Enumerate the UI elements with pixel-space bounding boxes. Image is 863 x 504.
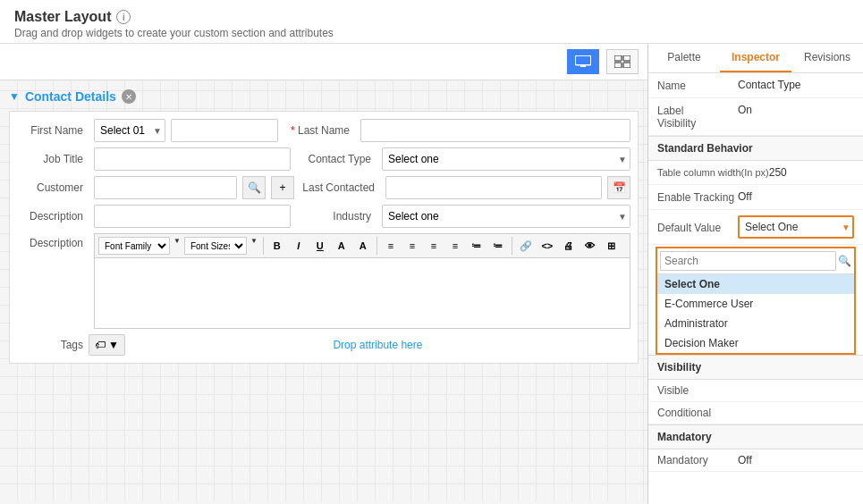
font-sizes-select[interactable]: Font Sizes [184,237,247,255]
italic-button[interactable]: I [289,237,309,255]
tags-row: Tags 🏷 ▼ Drop attribute here [17,334,630,356]
right-panel: Palette Inspector Revisions Name Contact… [648,44,863,504]
standard-behavior-section: Standard Behavior [648,136,863,161]
form-canvas: ▼ Contact Details ✕ First Name Select 01… [0,80,647,501]
link-button[interactable]: 🔗 [516,237,536,255]
bullets-button[interactable]: ≔ [467,237,486,255]
dropdown-item-administrator[interactable]: Administrator [657,314,854,333]
highlight-button[interactable]: A [353,237,373,255]
industry-label: Industry [296,210,377,223]
section-toggle[interactable]: ▼ [9,90,20,103]
inspector-tracking-row: Enable Tracking Off [648,185,863,210]
customer-add-button[interactable]: + [271,176,294,199]
label-vis-label: Label Visibility [657,104,738,130]
first-name-label: First Name [17,124,89,137]
table-button[interactable]: ⊞ [602,237,622,255]
first-name-input[interactable] [171,119,278,142]
conditional-label: Conditional [657,407,738,419]
content-area: ▼ Contact Details ✕ First Name Select 01… [0,44,863,504]
last-contacted-input[interactable] [385,176,602,199]
layout-view-button[interactable] [606,49,639,74]
industry-select[interactable]: Select one Technology Finance [382,205,630,228]
default-value-select[interactable]: Select One [738,215,854,239]
page-header: Master Layout i Drag and drop widgets to… [0,0,863,44]
tab-revisions[interactable]: Revisions [791,44,863,72]
section-close-button[interactable]: ✕ [122,89,136,104]
last-name-input[interactable] [360,119,630,142]
font-sizes-chevron: ▼ [250,237,258,255]
inspector-name-row: Name Contact Type [648,73,863,98]
title-text: Master Layout [14,9,111,25]
align-justify-button[interactable]: ≡ [445,237,465,255]
visibility-section: Visibility [648,355,863,380]
print-button[interactable]: 🖨 [559,237,579,255]
underline-button[interactable]: U [310,237,330,255]
dropdown-list: Select One E-Commerce User Administrator… [657,274,854,353]
table-col-label: Table column width(In px) [657,166,769,178]
customer-label: Customer [17,181,89,194]
customer-search-button[interactable]: 🔍 [242,176,266,199]
align-right-button[interactable]: ≡ [424,237,444,255]
job-title-input[interactable] [94,147,291,171]
align-center-button[interactable]: ≡ [402,237,422,255]
form-row-rich-description: Description Font Family ▼ Font Sizes ▼ B… [17,233,630,329]
bold-button[interactable]: B [267,237,287,255]
desktop-view-button[interactable] [567,49,599,74]
text-color-button[interactable]: A [332,237,351,255]
canvas-area: ▼ Contact Details ✕ First Name Select 01… [0,44,648,504]
last-name-label: Last Name [283,124,355,137]
toolbar-divider-2 [377,237,377,255]
rich-toolbar: Font Family ▼ Font Sizes ▼ B I U A A [94,233,630,257]
toolbar-divider-1 [263,237,264,255]
align-left-button[interactable]: ≡ [381,237,401,255]
drop-zone[interactable]: Drop attribute here [125,335,630,355]
inspector-default-row: Default Value Select One ▼ [648,210,863,245]
default-value-text: Select One [745,221,798,233]
tags-button[interactable]: 🏷 ▼ [89,334,125,356]
mandatory-row: Mandatory Off [648,449,863,472]
contact-type-label: Contact Type [296,153,377,165]
info-icon[interactable]: i [116,10,131,24]
form-row-job-contact: Job Title Contact Type Select one E-Comm… [17,147,630,171]
first-name-select-wrapper: Select 01 Option 2 ▼ [94,119,165,142]
default-value-chevron: ▼ [842,223,850,232]
customer-input[interactable] [94,176,237,199]
first-name-select[interactable]: Select 01 Option 2 [94,119,165,142]
svg-rect-2 [580,65,586,67]
tab-inspector[interactable]: Inspector [720,44,791,72]
numbered-list-button[interactable]: ≔ [488,237,508,255]
table-col-value: 250 [769,166,854,179]
description-label-2: Description [17,237,89,249]
inspector-label-vis-row: Label Visibility On [648,98,863,136]
dropdown-popup: 🔍 Select One E-Commerce User Administrat… [656,247,856,355]
last-contacted-label: Last Contacted [300,181,380,194]
svg-rect-5 [614,63,622,68]
toolbar-divider-3 [512,237,512,255]
tags-label: Tags [17,339,89,351]
visible-row: Visible [648,380,863,402]
description-label-1: Description [17,210,89,223]
dropdown-item-select-one[interactable]: Select One [657,274,854,294]
page-subtitle: Drag and drop widgets to create your cus… [14,27,849,39]
contact-type-select[interactable]: Select one E-Commerce User Administrator… [382,147,630,171]
job-title-label: Job Title [17,153,89,165]
panel-tabs: Palette Inspector Revisions [648,44,863,73]
section-header: ▼ Contact Details ✕ [9,89,639,104]
form-grid: First Name Select 01 Option 2 ▼ Last Nam… [9,111,639,364]
main-container: Master Layout i Drag and drop widgets to… [0,0,863,504]
form-row-customer: Customer 🔍 + Last Contacted 📅 [17,176,630,199]
code-button[interactable]: <> [537,237,557,255]
default-value-label: Default Value [657,221,738,234]
calendar-button[interactable]: 📅 [607,176,630,199]
industry-select-wrapper: Select one Technology Finance ▼ [382,205,630,228]
preview-button[interactable]: 👁 [580,237,600,255]
svg-rect-4 [623,55,630,61]
dropdown-search-input[interactable] [660,251,836,271]
conditional-row: Conditional [648,402,863,424]
description-input[interactable] [94,205,291,228]
rich-editor[interactable] [94,257,630,329]
font-family-select[interactable]: Font Family [98,237,170,255]
tab-palette[interactable]: Palette [648,44,720,72]
dropdown-item-ecommerce[interactable]: E-Commerce User [657,294,854,314]
dropdown-item-decision-maker[interactable]: Decision Maker [657,333,854,353]
